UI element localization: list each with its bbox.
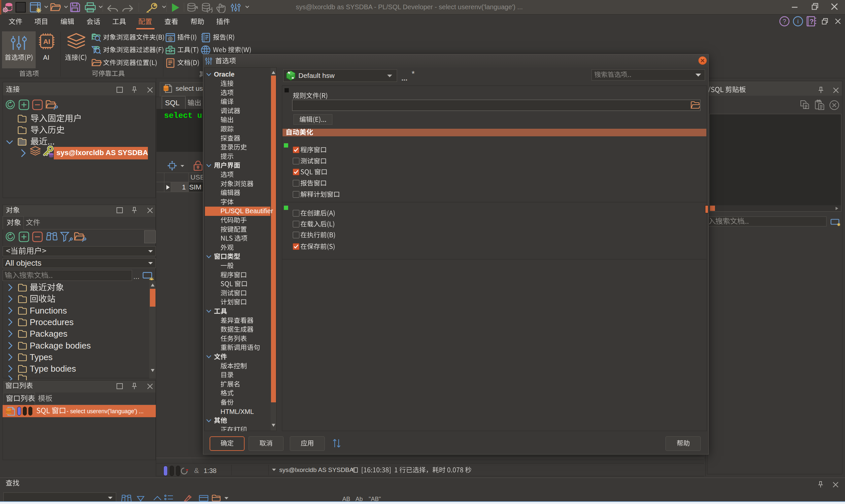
svg-text:?: ? — [783, 18, 786, 25]
svg-text:?: ? — [810, 18, 814, 25]
svg-text:AI: AI — [43, 38, 50, 45]
svg-text:i: i — [797, 18, 798, 25]
